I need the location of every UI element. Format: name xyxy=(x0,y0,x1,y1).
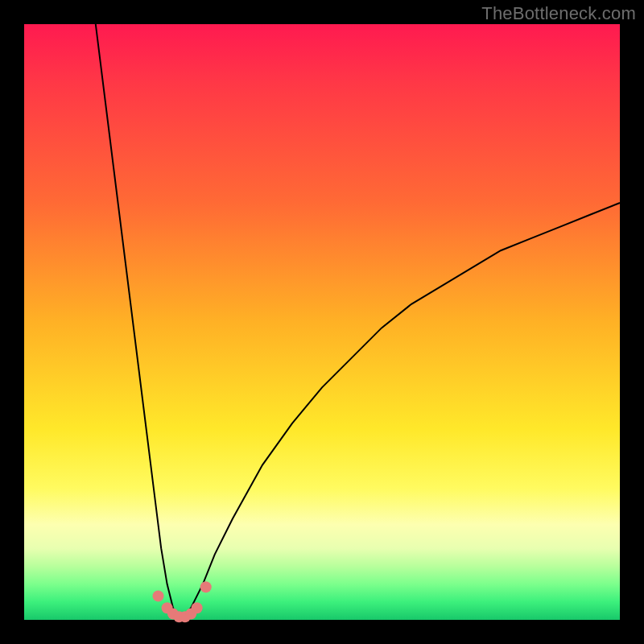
plot-area xyxy=(24,24,620,620)
bottleneck-curve xyxy=(96,24,620,620)
watermark-text: TheBottleneck.com xyxy=(481,3,636,24)
highlight-dot xyxy=(200,581,212,592)
highlight-dot xyxy=(192,602,203,613)
curve-layer xyxy=(24,24,620,620)
highlight-dot xyxy=(153,590,164,601)
marker-group xyxy=(153,581,212,622)
chart-frame: TheBottleneck.com xyxy=(0,0,644,644)
